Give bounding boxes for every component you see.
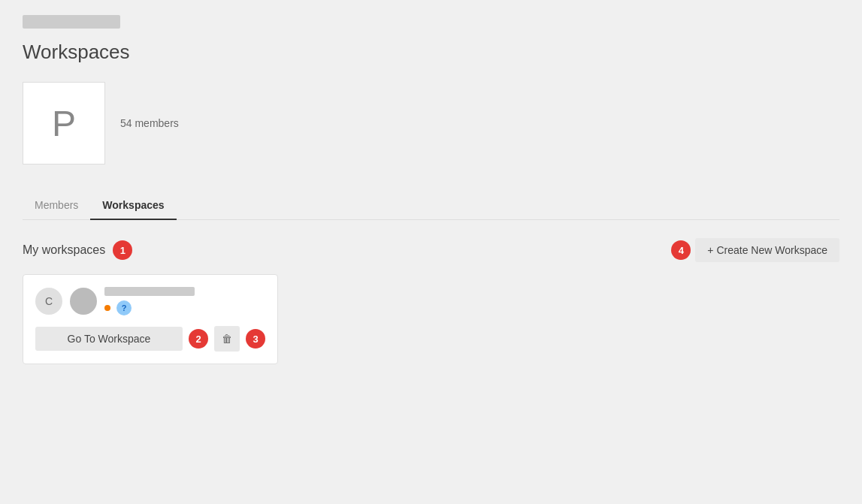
status-dot-orange [104, 305, 110, 311]
workspace-card-header: C ? [35, 287, 265, 315]
logo-bar [23, 15, 120, 29]
create-workspace-button[interactable]: + Create New Workspace [695, 238, 839, 262]
action-badge-3: 3 [246, 329, 265, 349]
create-workspace-area: 4 + Create New Workspace [671, 238, 839, 262]
tab-workspaces[interactable]: Workspaces [90, 192, 176, 220]
workspace-avatar-gray [70, 288, 97, 315]
page-title: Workspaces [23, 41, 839, 64]
workspace-avatar-c: C [35, 288, 62, 315]
section-title: My workspaces [23, 243, 105, 257]
go-to-workspace-button[interactable]: Go To Workspace [35, 327, 183, 351]
trash-icon: 🗑 [222, 333, 232, 345]
workspace-name-placeholder [104, 287, 195, 296]
action-badge-2: 2 [189, 329, 208, 349]
org-logo: P [23, 82, 105, 164]
section-title-group: My workspaces 1 [23, 240, 132, 260]
org-info: P 54 members [23, 82, 839, 164]
workspace-card: C ? Go To Workspace 2 🗑 3 [23, 274, 278, 364]
org-members: 54 members [120, 117, 179, 129]
section-header: My workspaces 1 4 + Create New Workspace [23, 238, 839, 262]
delete-workspace-button[interactable]: 🗑 [214, 326, 240, 352]
tabs-bar: Members Workspaces [23, 192, 839, 220]
question-badge: ? [116, 300, 132, 315]
section-badge-4: 4 [671, 240, 691, 260]
tab-members[interactable]: Members [23, 192, 90, 220]
workspace-name-block: ? [104, 287, 265, 315]
org-initial: P [52, 103, 76, 144]
section-badge-1: 1 [113, 240, 132, 260]
page-container: Workspaces P 54 members Members Workspac… [0, 0, 862, 504]
workspace-card-actions: Go To Workspace 2 🗑 3 [35, 326, 265, 352]
workspace-indicators: ? [104, 300, 265, 315]
